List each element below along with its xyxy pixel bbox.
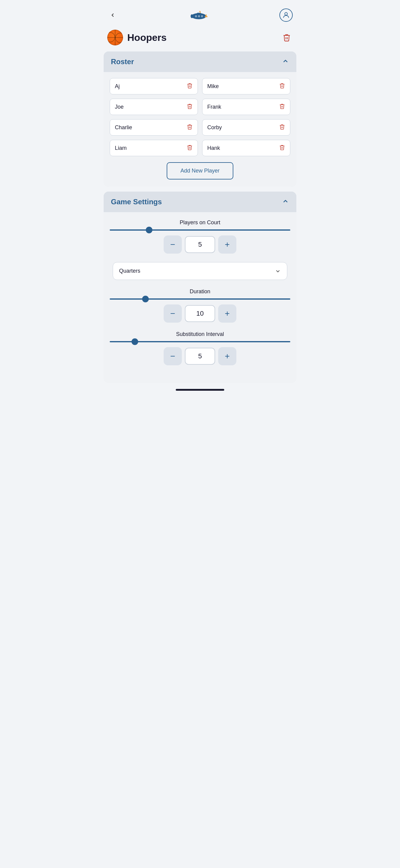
add-player-button[interactable]: Add New Player (167, 162, 233, 180)
roster-content: Aj Mike Joe Frank (104, 72, 296, 187)
duration-increment[interactable]: + (218, 305, 236, 322)
svg-rect-9 (199, 11, 201, 11)
substitution-interval-value: 5 (185, 348, 215, 365)
delete-player-corby[interactable] (279, 124, 285, 131)
substitution-interval-setting: Substitution Interval − 5 + (110, 331, 290, 365)
team-header: Hoopers (100, 27, 300, 52)
roster-section: Roster Aj Mike Joe (104, 52, 296, 187)
player-grid: Aj Mike Joe Frank (110, 78, 290, 156)
player-chip-aj[interactable]: Aj (110, 78, 198, 94)
team-name: Hoopers (127, 32, 167, 43)
roster-header[interactable]: Roster (104, 52, 296, 72)
period-type-dropdown[interactable]: Quarters (113, 262, 287, 280)
player-name-aj: Aj (115, 83, 120, 90)
roster-chevron-icon (282, 58, 289, 66)
delete-player-aj[interactable] (187, 83, 193, 90)
player-chip-corby[interactable]: Corby (202, 119, 290, 135)
player-name-liam: Liam (115, 145, 127, 151)
player-name-charlie: Charlie (115, 124, 132, 131)
player-chip-charlie[interactable]: Charlie (110, 119, 198, 135)
back-button[interactable] (107, 10, 118, 21)
players-on-court-decrement[interactable]: − (164, 236, 182, 254)
players-on-court-counter: − 5 + (110, 236, 290, 254)
substitution-interval-counter: − 5 + (110, 347, 290, 365)
home-indicator (176, 389, 224, 391)
players-on-court-setting: Players on Court − 5 + (110, 219, 290, 254)
delete-player-hank[interactable] (279, 144, 285, 152)
player-name-joe: Joe (115, 104, 124, 110)
team-icon (107, 30, 123, 45)
players-on-court-increment[interactable]: + (218, 236, 236, 254)
player-name-frank: Frank (207, 104, 221, 110)
players-on-court-slider[interactable] (110, 229, 290, 230)
delete-player-liam[interactable] (187, 144, 193, 152)
game-settings-title: Game Settings (111, 198, 162, 206)
svg-point-5 (199, 16, 200, 17)
players-on-court-label: Players on Court (110, 219, 290, 226)
duration-slider[interactable] (110, 299, 290, 300)
duration-value: 10 (185, 305, 215, 322)
substitution-interval-label: Substitution Interval (110, 331, 290, 337)
game-settings-content: Players on Court − 5 + Quarters Duration… (104, 212, 296, 383)
app-logo (189, 9, 208, 21)
svg-point-7 (201, 16, 203, 17)
svg-point-13 (285, 12, 288, 15)
svg-rect-1 (197, 13, 201, 16)
game-settings-header[interactable]: Game Settings (104, 192, 296, 212)
team-info: Hoopers (107, 30, 167, 45)
player-chip-mike[interactable]: Mike (202, 78, 290, 94)
roster-title: Roster (111, 58, 134, 66)
delete-player-charlie[interactable] (187, 124, 193, 131)
player-chip-liam[interactable]: Liam (110, 140, 198, 156)
profile-button[interactable] (279, 8, 293, 22)
delete-team-button[interactable] (281, 31, 293, 43)
svg-point-3 (196, 16, 197, 17)
player-chip-joe[interactable]: Joe (110, 99, 198, 115)
svg-point-11 (204, 16, 207, 17)
substitution-interval-thumb[interactable] (132, 338, 138, 345)
top-nav (100, 0, 300, 27)
delete-player-frank[interactable] (279, 103, 285, 111)
game-settings-chevron-icon (282, 198, 289, 206)
duration-counter: − 10 + (110, 305, 290, 322)
player-name-mike: Mike (207, 83, 219, 90)
svg-point-12 (191, 14, 193, 18)
substitution-interval-decrement[interactable]: − (164, 347, 182, 365)
duration-label: Duration (110, 288, 290, 295)
period-type-value: Quarters (119, 268, 140, 274)
players-on-court-thumb[interactable] (146, 227, 152, 234)
delete-player-joe[interactable] (187, 103, 193, 111)
add-player-label: Add New Player (180, 168, 220, 174)
substitution-interval-slider[interactable] (110, 341, 290, 342)
player-name-corby: Corby (207, 124, 222, 131)
delete-player-mike[interactable] (279, 83, 285, 90)
player-chip-frank[interactable]: Frank (202, 99, 290, 115)
substitution-interval-increment[interactable]: + (218, 347, 236, 365)
game-settings-section: Game Settings Players on Court − 5 + Qua… (104, 192, 296, 383)
player-chip-hank[interactable]: Hank (202, 140, 290, 156)
duration-setting: Duration − 10 + (110, 288, 290, 322)
players-on-court-value: 5 (185, 236, 215, 253)
duration-decrement[interactable]: − (164, 305, 182, 322)
player-name-hank: Hank (207, 145, 220, 151)
duration-thumb[interactable] (142, 296, 149, 302)
